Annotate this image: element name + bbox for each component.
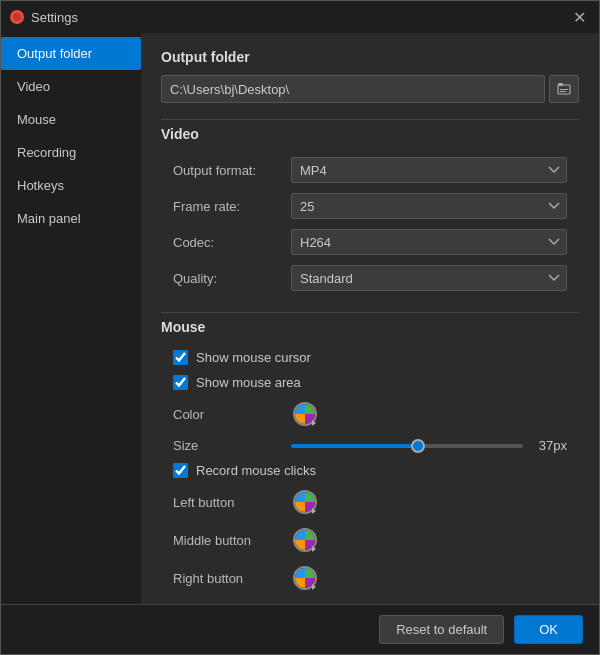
output-folder-title: Output folder [161,49,579,65]
svg-rect-3 [558,83,563,86]
close-button[interactable]: ✕ [567,5,591,29]
left-button-label: Left button [173,495,283,510]
middle-button-row: Middle button [161,521,579,559]
sidebar-item-output-folder[interactable]: Output folder [1,37,141,70]
browse-icon [557,82,571,96]
title-bar-left: Settings [9,9,78,25]
frame-rate-label: Frame rate: [173,199,283,214]
slider-container [291,444,523,448]
right-button-label: Right button [173,571,283,586]
svg-point-1 [13,13,21,21]
color-picker-arrow [309,418,319,428]
size-row: Size 37px [161,433,579,458]
record-clicks-checkbox[interactable] [173,463,188,478]
svg-rect-4 [560,89,568,90]
color-picker[interactable] [291,400,319,428]
video-section-title: Video [161,126,579,142]
output-format-label: Output format: [173,163,283,178]
show-area-label[interactable]: Show mouse area [196,375,301,390]
divider-2 [161,312,579,313]
codec-label: Codec: [173,235,283,250]
title-bar: Settings ✕ [1,1,599,33]
codec-select[interactable]: H264 H265 VP9 [291,229,567,255]
size-slider[interactable] [291,444,523,448]
show-area-row: Show mouse area [161,370,579,395]
color-row: Color [161,395,579,433]
record-clicks-row: Record mouse clicks [161,458,579,483]
path-row [161,75,579,103]
svg-marker-6 [312,420,316,426]
frame-rate-row: Frame rate: 15 20 25 30 60 [161,188,579,224]
svg-marker-9 [312,584,316,590]
show-area-checkbox[interactable] [173,375,188,390]
mouse-section-title: Mouse [161,319,579,335]
window-title: Settings [31,10,78,25]
show-cursor-checkbox[interactable] [173,350,188,365]
right-button-row: Right button [161,559,579,597]
sidebar: Output folder Video Mouse Recording Hotk… [1,33,141,604]
size-label: Size [173,438,283,453]
show-cursor-row: Show mouse cursor [161,345,579,370]
output-format-select[interactable]: MP4 AVI MKV MOV [291,157,567,183]
show-cursor-label[interactable]: Show mouse cursor [196,350,311,365]
settings-window: Settings ✕ Output folder Video Mouse Rec… [0,0,600,655]
record-clicks-label[interactable]: Record mouse clicks [196,463,316,478]
sidebar-item-main-panel[interactable]: Main panel [1,202,141,235]
size-value: 37px [531,438,567,453]
left-button-color-picker[interactable] [291,488,319,516]
sidebar-item-video[interactable]: Video [1,70,141,103]
sidebar-item-mouse[interactable]: Mouse [1,103,141,136]
footer: Reset to default OK [1,604,599,654]
browse-button[interactable] [549,75,579,103]
mouse-section: Mouse Show mouse cursor Show mouse area … [161,319,579,597]
output-format-row: Output format: MP4 AVI MKV MOV [161,152,579,188]
video-section: Video Output format: MP4 AVI MKV MOV Fra… [161,126,579,296]
app-icon [9,9,25,25]
divider-1 [161,119,579,120]
left-button-row: Left button [161,483,579,521]
ok-button[interactable]: OK [514,615,583,644]
svg-marker-7 [312,508,316,514]
right-button-color-picker[interactable] [291,564,319,592]
content-area: Output folder Video Output format: [141,33,599,604]
left-button-arrow-icon [309,506,319,516]
quality-label: Quality: [173,271,283,286]
codec-row: Codec: H264 H265 VP9 [161,224,579,260]
main-content: Output folder Video Mouse Recording Hotk… [1,33,599,604]
middle-button-label: Middle button [173,533,283,548]
frame-rate-select[interactable]: 15 20 25 30 60 [291,193,567,219]
quality-row: Quality: Low Standard High Ultra [161,260,579,296]
sidebar-item-hotkeys[interactable]: Hotkeys [1,169,141,202]
middle-button-arrow-icon [309,544,319,554]
svg-marker-8 [312,546,316,552]
sidebar-item-recording[interactable]: Recording [1,136,141,169]
middle-button-color-picker[interactable] [291,526,319,554]
svg-rect-5 [560,91,566,92]
quality-select[interactable]: Low Standard High Ultra [291,265,567,291]
right-button-arrow-icon [309,582,319,592]
reset-button[interactable]: Reset to default [379,615,504,644]
path-input[interactable] [161,75,545,103]
color-label: Color [173,407,283,422]
